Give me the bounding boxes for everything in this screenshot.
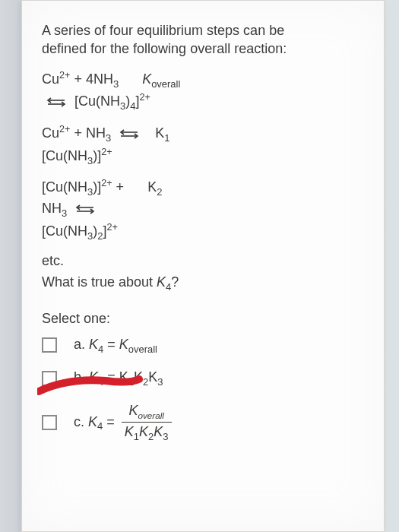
option-c-text: c. K4 = Koverall K1K2K3: [74, 402, 172, 443]
option-b-text: b. K4 = K1K2K3: [74, 369, 163, 388]
etc-text: etc.: [42, 252, 364, 271]
reaction-overall: Cu2+ + 4NH3 Koverall [Cu(NH3)4]2+: [42, 69, 364, 112]
step2-k-label: K2: [147, 179, 162, 198]
option-c[interactable]: c. K4 = Koverall K1K2K3: [42, 402, 364, 443]
option-a[interactable]: a. K4 = Koverall: [42, 336, 364, 356]
equilibrium-arrow-icon: [118, 128, 141, 140]
step2-lhs-line2: NH3: [42, 201, 67, 216]
checkbox-a[interactable]: [42, 337, 57, 353]
overall-lhs: Cu2+ + 4NH3: [42, 71, 119, 87]
question-suffix: ?: [171, 274, 179, 290]
select-one-label: Select one:: [42, 310, 364, 328]
step1-k-label: K1: [155, 125, 169, 144]
question-text: What is true about K4?: [42, 274, 364, 293]
question-k: K: [157, 274, 166, 290]
option-b[interactable]: b. K4 = K1K2K3: [42, 369, 364, 388]
equilibrium-arrow-icon: [45, 96, 68, 108]
step2-rhs: [Cu(NH3)2]2+: [42, 223, 118, 239]
checkbox-c[interactable]: [42, 415, 57, 430]
option-c-fraction: Koverall K1K2K3: [122, 402, 172, 443]
option-a-text: a. K4 = Koverall: [74, 336, 157, 356]
overall-k-label: Koverall: [142, 71, 180, 90]
question-prefix: What is true about: [42, 274, 157, 290]
step1-rhs: [Cu(NH3)]2+: [42, 148, 112, 163]
overall-rhs: [Cu(NH3)4]2+: [74, 93, 150, 109]
intro-text: A series of four equilibrium steps can b…: [42, 22, 364, 59]
step1-lhs: Cu2+ + NH3: [42, 125, 111, 141]
intro-line-1: A series of four equilibrium steps can b…: [42, 22, 364, 40]
equilibrium-arrow-icon: [74, 203, 97, 215]
step2-lhs-line1: [Cu(NH3)]2+ +: [42, 179, 124, 195]
reaction-step-2: [Cu(NH3)]2+ + K2 NH3 [Cu(NH3)2]2+: [42, 177, 364, 242]
question-card: A series of four equilibrium steps can b…: [21, 0, 385, 532]
reaction-step-1: Cu2+ + NH3 K1 [Cu(NH3)]2+: [42, 123, 364, 166]
intro-line-2: defined for the following overall reacti…: [42, 40, 364, 59]
checkbox-b[interactable]: [42, 371, 57, 386]
